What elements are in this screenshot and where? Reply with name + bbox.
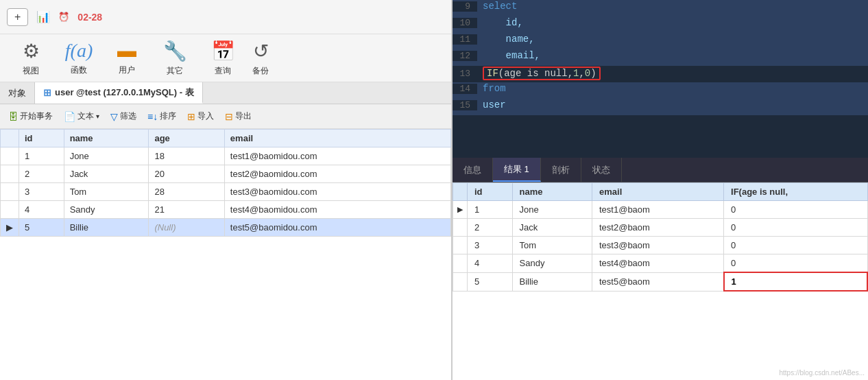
- watermark: https://blog.csdn.net/ABes...: [779, 369, 865, 377]
- toolbar-label-backup: 备份: [252, 65, 269, 77]
- toolbar-label-query: 查询: [215, 65, 231, 77]
- result-tab-result1[interactable]: 结果 1: [493, 158, 541, 182]
- result-tab-analysis[interactable]: 剖析: [541, 158, 581, 182]
- export-button[interactable]: ⊟ 导出: [220, 108, 256, 124]
- result-cell-if: 1: [724, 272, 867, 291]
- result-cell-id: 1: [468, 201, 513, 219]
- table-cell-id: 4: [19, 201, 64, 219]
- result-table-row: 4Sandytest4@baom0: [453, 254, 868, 273]
- result-cell-name: Billie: [512, 272, 592, 291]
- import-icon: ⊞: [187, 111, 195, 122]
- row-arrow-cell: [1, 183, 19, 201]
- table-cell-age: 28: [149, 183, 224, 201]
- result-cell-if: 0: [724, 201, 867, 219]
- row-arrow-cell: ▶: [1, 219, 19, 237]
- text-button[interactable]: 📄 文本 ▾: [59, 108, 104, 124]
- bar-chart-icon: 📊: [36, 10, 50, 23]
- result-table-row: 2Jacktest2@baom0: [453, 219, 868, 237]
- code-line: 15user: [453, 99, 868, 115]
- table-cell-id: 2: [19, 165, 64, 183]
- tabs-row: 对象 ⊞ user @test (127.0.0.1MySQL) - 表: [0, 82, 451, 104]
- result-col-id: id: [468, 183, 513, 201]
- toolbar-label-user: 用户: [119, 64, 135, 76]
- table-cell-age: 21: [149, 201, 224, 219]
- add-button[interactable]: +: [7, 8, 28, 26]
- start-tx-label: 开始事务: [20, 110, 53, 122]
- toolbar-item-backup[interactable]: ↺ 备份: [247, 35, 274, 82]
- result-cell-name: Tom: [512, 237, 592, 254]
- row-arrow-cell: [1, 165, 19, 183]
- result-table-container[interactable]: id name email IF(age is null, ▶1Jonetest…: [453, 182, 868, 380]
- sort-label: 排序: [160, 110, 176, 122]
- export-label: 导出: [235, 110, 252, 122]
- sort-button[interactable]: ≡↓ 排序: [143, 108, 181, 124]
- result-cell-id: 5: [468, 272, 513, 291]
- table-cell-age: (Null): [149, 219, 224, 237]
- toolbar-label-view: 视图: [23, 65, 39, 77]
- filter-label: 筛选: [120, 110, 136, 122]
- result-cell-id: 2: [468, 219, 513, 237]
- toolbar-label-other: 其它: [167, 65, 183, 77]
- col-header-id: id: [19, 130, 64, 147]
- col-header-email: email: [224, 130, 450, 147]
- result-row-arrow: [453, 254, 468, 273]
- date-badge: 02-28: [77, 12, 102, 23]
- table-icon: ⊞: [43, 87, 51, 98]
- table-cell-email: test2@baomidou.com: [224, 165, 450, 183]
- table-cell-id: 3: [19, 183, 64, 201]
- col-header-name: name: [64, 130, 149, 147]
- data-table: id name age email 1Jone18test1@baomidou.…: [0, 129, 451, 237]
- row-arrow-cell: [1, 201, 19, 219]
- tab-object[interactable]: 对象: [0, 82, 35, 104]
- code-editor[interactable]: 9select10 id,11 name,12 email,13IF(age i…: [453, 0, 868, 158]
- sort-icon: ≡↓: [147, 111, 158, 122]
- code-line: 9select: [453, 0, 868, 16]
- result-tab-info[interactable]: 信息: [453, 158, 493, 182]
- code-line: 14from: [453, 82, 868, 99]
- result-cell-name: Jack: [512, 219, 592, 237]
- start-tx-button[interactable]: 🗄 开始事务: [3, 108, 58, 124]
- table-cell-age: 18: [149, 147, 224, 165]
- toolbar-label-func: 函数: [71, 64, 87, 76]
- result-col-arrow: [453, 183, 468, 201]
- table-cell-age: 20: [149, 165, 224, 183]
- text-dropdown-icon: ▾: [96, 112, 99, 120]
- text-icon: 📄: [64, 111, 75, 122]
- table-cell-email: test5@baomidou.com: [224, 219, 450, 237]
- tab-user-table-label: user @test (127.0.0.1MySQL) - 表: [55, 86, 194, 99]
- left-panel: + 📊 ⏰ 02-28 ⚙ 视图 f(a) 函数 ▬ 用户 🔧 其它 📅 查询 …: [0, 0, 453, 380]
- result-cell-name: Jone: [512, 201, 592, 219]
- data-table-container[interactable]: id name age email 1Jone18test1@baomidou.…: [0, 129, 451, 380]
- right-panel: 9select10 id,11 name,12 email,13IF(age i…: [453, 0, 868, 380]
- result-cell-name: Sandy: [512, 254, 592, 273]
- if-expression-box: IF(age is null,1,0): [483, 67, 601, 80]
- result-cell-email: test5@baom: [592, 272, 724, 291]
- top-bar: + 📊 ⏰ 02-28: [0, 0, 451, 34]
- action-bar: 🗄 开始事务 📄 文本 ▾ ▽ 筛选 ≡↓ 排序 ⊞ 导入 ⊟ 导出: [0, 104, 451, 129]
- result-cell-if: 0: [724, 219, 867, 237]
- col-header-arrow: [1, 130, 19, 147]
- code-line: 13IF(age is null,1,0): [453, 66, 868, 82]
- import-button[interactable]: ⊞ 导入: [182, 108, 219, 124]
- result-tabs: 信息 结果 1 剖析 状态: [453, 158, 868, 182]
- filter-button[interactable]: ▽ 筛选: [106, 108, 141, 124]
- toolbar-item-func[interactable]: f(a) 函数: [55, 35, 103, 82]
- result-table-row: 5Billietest5@baom1: [453, 272, 868, 291]
- tools-icon: ⚙: [23, 40, 40, 62]
- toolbar-item-user[interactable]: ▬ 用户: [103, 35, 151, 82]
- text-label: 文本: [77, 110, 94, 122]
- toolbar-item-other[interactable]: 🔧 其它: [151, 35, 199, 82]
- toolbar-item-view[interactable]: ⚙ 视图: [7, 35, 55, 82]
- tab-object-label: 对象: [8, 87, 26, 99]
- result-tab-status[interactable]: 状态: [581, 158, 622, 182]
- tab-user-table[interactable]: ⊞ user @test (127.0.0.1MySQL) - 表: [35, 82, 203, 104]
- table-cell-email: test3@baomidou.com: [224, 183, 450, 201]
- table-cell-id: 5: [19, 219, 64, 237]
- code-line: 10 id,: [453, 16, 868, 33]
- user-icon: ▬: [117, 40, 136, 62]
- code-line: 12 email,: [453, 49, 868, 66]
- toolbar-item-query[interactable]: 📅 查询: [199, 35, 247, 82]
- code-line: 11 name,: [453, 33, 868, 49]
- result-cell-id: 3: [468, 237, 513, 254]
- col-header-age: age: [149, 130, 224, 147]
